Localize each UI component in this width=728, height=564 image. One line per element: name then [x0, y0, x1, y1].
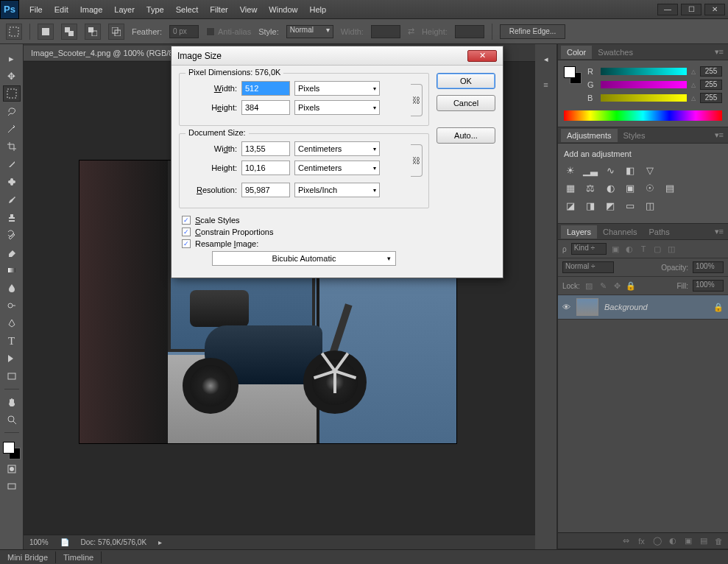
r-value[interactable]: 255 — [700, 66, 722, 77]
eyedropper-tool-icon[interactable] — [3, 156, 21, 172]
levels-icon[interactable]: ▁▃ — [584, 164, 597, 176]
doc-tab[interactable]: Image_Scooter_4.png @ 100% (RGB/8) — [24, 46, 184, 60]
lock-pos-icon[interactable]: ✥ — [612, 281, 622, 291]
wand-tool-icon[interactable] — [3, 121, 21, 137]
tab-layers[interactable]: Layers — [561, 225, 597, 239]
trash-icon[interactable]: 🗑 — [714, 536, 724, 546]
type-tool-icon[interactable]: T — [3, 333, 21, 349]
selcolor-icon[interactable]: ◫ — [643, 200, 657, 211]
menu-filter[interactable]: Filter — [204, 2, 233, 17]
curves-icon[interactable]: ∿ — [604, 164, 617, 176]
menu-file[interactable]: File — [24, 2, 49, 17]
menu-help[interactable]: Help — [303, 2, 332, 17]
expand-icon[interactable]: ▸ — [3, 50, 21, 66]
fx-icon[interactable]: fx — [637, 536, 646, 546]
tab-color[interactable]: Color — [561, 46, 592, 59]
lock-trans-icon[interactable]: ▨ — [584, 281, 594, 291]
resolution-input[interactable] — [241, 183, 290, 197]
ok-button[interactable]: OK — [437, 73, 495, 89]
px-link-icon[interactable]: ⛓ — [411, 84, 423, 116]
cancel-button[interactable]: Cancel — [437, 95, 495, 111]
photo-filter-icon[interactable]: ▣ — [623, 182, 637, 194]
g-value[interactable]: 255 — [700, 80, 722, 90]
invert-icon[interactable]: ◪ — [564, 200, 577, 211]
visibility-icon[interactable]: 👁 — [562, 303, 570, 311]
new-layer-icon[interactable]: ▤ — [699, 536, 708, 546]
px-height-unit[interactable]: Pixels▾ — [294, 100, 380, 115]
tab-swatches[interactable]: Swatches — [592, 46, 639, 59]
lock-all-icon[interactable]: 🔒 — [626, 281, 636, 291]
resample-check[interactable]: ✓ — [182, 239, 191, 248]
link-icon[interactable]: ⇔ — [621, 536, 631, 546]
file-info-icon[interactable]: 📄 — [60, 538, 69, 546]
b-value[interactable]: 255 — [700, 93, 722, 103]
vibrance-icon[interactable]: ▽ — [643, 164, 657, 176]
color-ramp[interactable] — [564, 110, 722, 121]
history-brush-icon[interactable] — [3, 227, 21, 243]
shape-tool-icon[interactable] — [3, 368, 21, 384]
eraser-tool-icon[interactable] — [3, 244, 21, 261]
tab-channels[interactable]: Channels — [597, 225, 643, 239]
filter-shape-icon[interactable]: ▢ — [653, 244, 662, 254]
close-button[interactable]: ✕ — [704, 4, 725, 15]
resolution-unit[interactable]: Pixels/Inch▾ — [294, 183, 380, 197]
brightness-icon[interactable]: ☀ — [564, 164, 577, 176]
px-width-input[interactable] — [241, 81, 290, 96]
gradient-tool-icon[interactable] — [3, 262, 21, 278]
poster-icon[interactable]: ◨ — [584, 200, 597, 211]
panel-menu-icon[interactable]: ▾≡ — [715, 47, 728, 57]
doc-width-input[interactable] — [241, 141, 290, 156]
doc-width-unit[interactable]: Centimeters▾ — [294, 141, 380, 156]
layer-row[interactable]: 👁 Background 🔒 — [558, 295, 728, 320]
colorbal-icon[interactable]: ⚖ — [584, 182, 597, 194]
group-icon[interactable]: ▣ — [683, 536, 693, 546]
scale-styles-check[interactable]: ✓ — [182, 216, 191, 225]
minimize-button[interactable]: — — [657, 4, 678, 15]
gradmap-icon[interactable]: ▭ — [623, 200, 637, 211]
tab-styles[interactable]: Styles — [618, 129, 651, 142]
dialog-close-button[interactable]: ✕ — [467, 50, 497, 62]
lasso-tool-icon[interactable] — [3, 103, 21, 119]
auto-button[interactable]: Auto... — [437, 127, 495, 144]
brush-tool-icon[interactable] — [3, 191, 21, 208]
mask-icon[interactable]: ◯ — [652, 536, 662, 546]
tab-paths[interactable]: Paths — [643, 225, 676, 239]
blend-mode[interactable]: Normal ÷ — [562, 261, 614, 273]
resample-method-select[interactable]: Bicubic Automatic — [212, 251, 396, 266]
exposure-icon[interactable]: ◧ — [623, 164, 637, 176]
feather-input[interactable] — [169, 25, 199, 38]
panel-menu-icon[interactable]: ▾≡ — [715, 130, 728, 140]
pen-tool-icon[interactable] — [3, 315, 21, 331]
menu-window[interactable]: Window — [263, 2, 303, 17]
b-slider[interactable] — [601, 94, 687, 102]
panel-dock[interactable]: ◂ ≡ — [535, 44, 557, 549]
px-width-unit[interactable]: Pixels▾ — [294, 81, 380, 96]
move-tool-icon[interactable]: ✥ — [3, 68, 21, 84]
menu-select[interactable]: Select — [170, 2, 205, 17]
constrain-check[interactable]: ✓ — [182, 228, 191, 236]
add-selection-icon[interactable] — [61, 24, 77, 40]
filter-adjust-icon[interactable]: ◐ — [625, 244, 635, 254]
path-tool-icon[interactable] — [3, 350, 21, 367]
new-selection-icon[interactable] — [38, 24, 54, 40]
refine-edge-button[interactable]: Refine Edge... — [500, 24, 565, 39]
adj-layer-icon[interactable]: ◐ — [668, 536, 677, 546]
dialog-title-bar[interactable]: Image Size ✕ — [172, 46, 503, 66]
doc-height-input[interactable] — [241, 161, 290, 175]
menu-image[interactable]: Image — [74, 2, 109, 17]
color-swatches[interactable] — [3, 442, 21, 459]
blur-tool-icon[interactable] — [3, 280, 21, 296]
lock-paint-icon[interactable]: ✎ — [598, 281, 608, 291]
layer-name[interactable]: Background — [604, 303, 648, 311]
hsl-icon[interactable]: ▦ — [564, 182, 577, 194]
tab-adjustments[interactable]: Adjustments — [561, 129, 618, 142]
zoom-level[interactable]: 100% — [29, 538, 49, 546]
panel-menu-icon[interactable]: ▾≡ — [715, 227, 728, 236]
subtract-selection-icon[interactable] — [85, 24, 101, 40]
stamp-tool-icon[interactable] — [3, 209, 21, 225]
collapse-icon[interactable]: ◂ — [544, 54, 548, 64]
opacity-value[interactable]: 100% — [693, 261, 724, 273]
lut-icon[interactable]: ▤ — [663, 182, 676, 194]
g-slider[interactable] — [601, 81, 687, 88]
filter-smart-icon[interactable]: ◫ — [667, 244, 676, 254]
